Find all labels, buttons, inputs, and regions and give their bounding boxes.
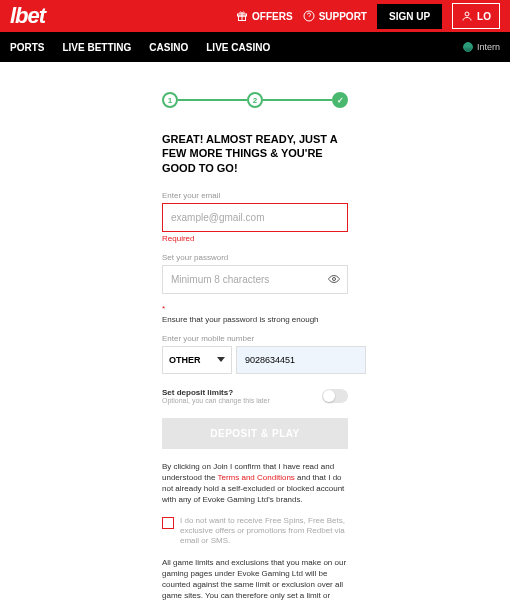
language-selector[interactable]: Intern bbox=[463, 42, 500, 52]
login-button[interactable]: LO bbox=[452, 3, 500, 29]
globe-icon bbox=[463, 42, 473, 52]
header-actions: OFFERS SUPPORT SIGN UP LO bbox=[236, 3, 500, 29]
mobile-input[interactable] bbox=[236, 346, 366, 374]
logo[interactable]: lbet bbox=[10, 3, 45, 29]
password-strength: * Ensure that your password is strong en… bbox=[162, 304, 348, 324]
nav-bar: PORTS LIVE BETTING CASINO LIVE CASINO In… bbox=[0, 32, 510, 62]
email-input[interactable] bbox=[162, 203, 348, 232]
step-2[interactable]: 2 bbox=[247, 92, 263, 108]
step-3: ✓ bbox=[332, 92, 348, 108]
support-label: SUPPORT bbox=[319, 11, 367, 22]
deposit-limits-row: Set deposit limits? Optional, you can ch… bbox=[162, 388, 348, 404]
submit-button[interactable]: DEPOSIT & PLAY bbox=[162, 418, 348, 449]
deposit-limits-toggle[interactable] bbox=[322, 389, 348, 403]
password-hint: Ensure that your password is strong enou… bbox=[162, 315, 348, 324]
nav-item-live-betting[interactable]: LIVE BETTING bbox=[62, 42, 131, 53]
support-link[interactable]: SUPPORT bbox=[303, 10, 367, 22]
optout-checkbox[interactable] bbox=[162, 517, 174, 529]
step-line bbox=[263, 99, 332, 101]
login-label: LO bbox=[477, 11, 491, 22]
email-error: Required bbox=[162, 234, 348, 243]
signup-form: 1 2 ✓ GREAT! ALMOST READY, JUST A FEW MO… bbox=[162, 82, 348, 600]
optout-row: I do not want to receive Free Spins, Fre… bbox=[162, 516, 348, 547]
content-area: 1 2 ✓ GREAT! ALMOST READY, JUST A FEW MO… bbox=[0, 62, 510, 600]
question-icon bbox=[303, 10, 315, 22]
deposit-limits-sublabel: Optional, you can change this later bbox=[162, 397, 270, 404]
terms-link[interactable]: Terms and Conditions bbox=[217, 473, 294, 482]
svg-point-3 bbox=[465, 12, 469, 16]
nav-item-live-casino[interactable]: LIVE CASINO bbox=[206, 42, 270, 53]
password-field-group: Set your password bbox=[162, 253, 348, 294]
svg-point-4 bbox=[333, 278, 336, 281]
stepper: 1 2 ✓ bbox=[162, 92, 348, 108]
chevron-down-icon bbox=[217, 357, 225, 362]
gift-icon bbox=[236, 10, 248, 22]
email-label: Enter your email bbox=[162, 191, 348, 200]
header-bar: lbet OFFERS SUPPORT SIGN UP LO bbox=[0, 0, 510, 32]
nav-items: PORTS LIVE BETTING CASINO LIVE CASINO bbox=[10, 42, 270, 53]
mobile-field-group: Enter your mobile number OTHER bbox=[162, 334, 348, 374]
country-value: OTHER bbox=[169, 355, 201, 365]
page-heading: GREAT! ALMOST READY, JUST A FEW MORE THI… bbox=[162, 132, 348, 175]
user-icon bbox=[461, 10, 473, 22]
deposit-limits-label: Set deposit limits? bbox=[162, 388, 270, 397]
password-label: Set your password bbox=[162, 253, 348, 262]
optout-text: I do not want to receive Free Spins, Fre… bbox=[180, 516, 348, 547]
asterisk-icon: * bbox=[162, 304, 348, 313]
signup-button[interactable]: SIGN UP bbox=[377, 4, 442, 29]
step-line bbox=[178, 99, 247, 101]
mobile-label: Enter your mobile number bbox=[162, 334, 348, 343]
password-input[interactable] bbox=[162, 265, 348, 294]
eye-icon[interactable] bbox=[328, 273, 340, 285]
offers-link[interactable]: OFFERS bbox=[236, 10, 293, 22]
nav-item-casino[interactable]: CASINO bbox=[149, 42, 188, 53]
limits-disclaimer: All game limits and exclusions that you … bbox=[162, 557, 348, 600]
country-select[interactable]: OTHER bbox=[162, 346, 232, 374]
terms-text: By clicking on Join I confirm that I hav… bbox=[162, 461, 348, 506]
email-field-group: Enter your email Required bbox=[162, 191, 348, 243]
language-label: Intern bbox=[477, 42, 500, 52]
step-1[interactable]: 1 bbox=[162, 92, 178, 108]
offers-label: OFFERS bbox=[252, 11, 293, 22]
nav-item-sports[interactable]: PORTS bbox=[10, 42, 44, 53]
